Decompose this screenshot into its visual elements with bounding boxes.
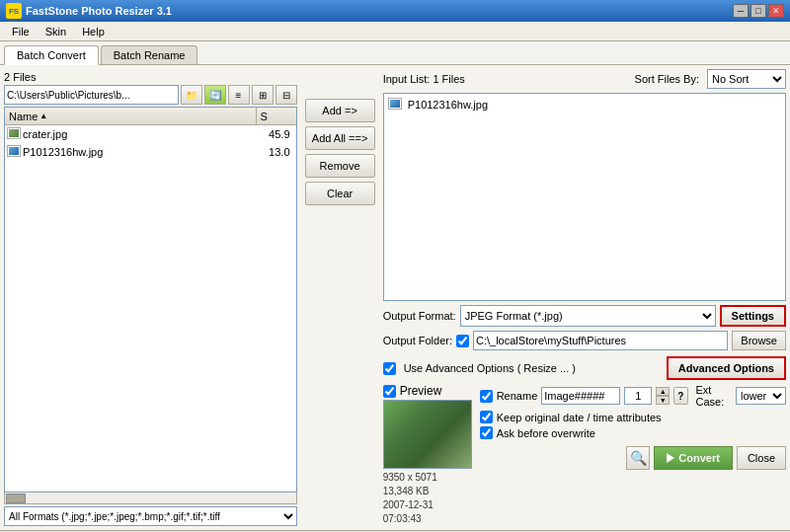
preview-thumbnail[interactable] [383, 400, 472, 469]
keep-date-row: Keep original date / time attributes [480, 411, 786, 423]
input-file-icon [388, 98, 404, 112]
rename-num-input[interactable] [624, 387, 652, 405]
sort-label: Sort Files By: [635, 73, 699, 85]
add-button[interactable]: Add => [305, 99, 375, 122]
right-panel: Input List: 1 Files Sort Files By: No So… [383, 69, 786, 526]
keep-date-checkbox[interactable] [480, 411, 493, 423]
input-file-list: P1012316hw.jpg [383, 93, 786, 301]
file-row[interactable]: crater.jpg 45.9 [5, 125, 296, 143]
settings-button[interactable]: Settings [720, 305, 786, 327]
output-folder-input[interactable] [473, 331, 728, 350]
file-name: P1012316hw.jpg [23, 146, 255, 158]
title-bar: FS FastStone Photo Resizer 3.1 ─ □ ✕ [0, 0, 790, 22]
preview-options-row: Preview 9350 x 5071 13,348 KB 2007-12-31… [383, 384, 786, 526]
rename-checkbox[interactable] [480, 390, 493, 403]
output-folder-checkbox[interactable] [456, 335, 469, 347]
convert-triangle-icon [667, 453, 674, 463]
rename-num-spinner: ▲ ▼ [656, 387, 670, 405]
tab-bar: Batch Convert Batch Rename [0, 41, 790, 65]
menu-help[interactable]: Help [74, 24, 113, 39]
spin-up-button[interactable]: ▲ [656, 387, 670, 396]
tab-batch-rename[interactable]: Batch Rename [101, 45, 198, 64]
app-icon: FS [6, 3, 22, 19]
add-all-button[interactable]: Add All ==> [305, 126, 375, 150]
output-format-label: Output Format: [383, 310, 456, 322]
options-section: Rename ▲ ▼ ? Ext Case: lower upper asis [480, 384, 786, 526]
view-thumb-btn[interactable]: ⊟ [276, 85, 297, 105]
rename-pattern-input[interactable] [541, 387, 620, 405]
advanced-options-row: Use Advanced Options ( Resize ... ) Adva… [383, 356, 786, 380]
file-size: 45.9 [255, 128, 294, 140]
preview-label-row: Preview [383, 384, 472, 398]
menu-skin[interactable]: Skin [38, 24, 74, 39]
output-folder-row: Output Folder: Browse [383, 331, 786, 350]
browse-button[interactable]: Browse [732, 331, 786, 350]
main-content: 2 Files 📁 🔄 ≡ ⊞ ⊟ Name ▲ S [0, 65, 790, 530]
file-icon [7, 145, 23, 159]
remove-button[interactable]: Remove [305, 154, 375, 178]
file-name: crater.jpg [23, 128, 255, 140]
output-folder-label: Output Folder: [383, 335, 452, 346]
file-count: 2 Files [4, 69, 297, 85]
input-list-header: Input List: 1 Files Sort Files By: No So… [383, 69, 786, 89]
convert-button[interactable]: Convert [654, 446, 733, 470]
col-size[interactable]: S [257, 108, 296, 124]
ask-overwrite-label: Ask before overwrite [497, 427, 595, 439]
menu-bar: File Skin Help [0, 22, 790, 41]
close-button[interactable]: ✕ [768, 4, 784, 18]
middle-buttons: Add => Add All ==> Remove Clear [301, 69, 379, 526]
clear-button[interactable]: Clear [305, 182, 375, 205]
input-list-label: Input List: 1 Files [383, 73, 465, 85]
spin-down-button[interactable]: ▼ [656, 396, 670, 405]
ask-overwrite-row: Ask before overwrite [480, 426, 786, 439]
sort-select[interactable]: No Sort Name Size Date [707, 69, 786, 89]
preview-info: 9350 x 5071 13,348 KB 2007-12-31 07:03:4… [383, 471, 472, 526]
ext-case-label: Ext Case: [696, 384, 733, 408]
tab-batch-convert[interactable]: Batch Convert [4, 45, 99, 65]
content-area: 2 Files 📁 🔄 ≡ ⊞ ⊟ Name ▲ S [0, 65, 790, 530]
use-advanced-checkbox[interactable] [383, 362, 396, 375]
preview-checkbox[interactable] [383, 385, 396, 398]
file-path-bar: 📁 🔄 ≡ ⊞ ⊟ [4, 85, 297, 105]
left-panel: 2 Files 📁 🔄 ≡ ⊞ ⊟ Name ▲ S [4, 69, 297, 526]
file-row[interactable]: P1012316hw.jpg 13.0 [5, 143, 296, 161]
bottom-action-row: 🔍 Convert Close [480, 446, 786, 470]
maximize-button[interactable]: □ [750, 4, 766, 18]
col-name[interactable]: Name ▲ [5, 108, 257, 124]
file-list: Name ▲ S crater.jpg 45.9 [4, 107, 297, 493]
input-file-row[interactable]: P1012316hw.jpg [386, 96, 783, 114]
output-format-select[interactable]: JPEG Format (*.jpg) PNG Format (*.png) B… [460, 305, 716, 327]
title-bar-text: FastStone Photo Resizer 3.1 [26, 5, 733, 17]
keep-date-label: Keep original date / time attributes [497, 412, 662, 423]
ask-overwrite-checkbox[interactable] [480, 426, 493, 439]
view-detail-btn[interactable]: ⊞ [252, 85, 274, 105]
file-icon [7, 127, 23, 141]
file-list-body: crater.jpg 45.9 P1012316hw.jpg 13.0 [5, 125, 296, 492]
view-list-btn[interactable]: ≡ [228, 85, 250, 105]
title-controls: ─ □ ✕ [733, 4, 784, 18]
rename-row: Rename ▲ ▼ ? Ext Case: lower upper asis [480, 384, 786, 408]
menu-file[interactable]: File [4, 24, 38, 39]
use-advanced-label: Use Advanced Options ( Resize ... ) [404, 362, 576, 374]
output-format-row: Output Format: JPEG Format (*.jpg) PNG F… [383, 305, 786, 327]
rename-label: Rename [497, 390, 538, 402]
ext-case-select[interactable]: lower upper asis [736, 387, 786, 405]
file-path-input[interactable] [4, 85, 179, 105]
rename-help-button[interactable]: ? [673, 387, 687, 405]
file-list-header: Name ▲ S [5, 108, 296, 125]
file-size: 13.0 [255, 146, 294, 158]
horizontal-scrollbar[interactable] [4, 493, 297, 504]
format-bar: All Formats (*.jpg;*.jpe;*.jpeg;*.bmp;*.… [4, 506, 297, 526]
input-file-name: P1012316hw.jpg [408, 99, 488, 111]
browse-folder-btn[interactable]: 📁 [181, 85, 202, 105]
magnify-button[interactable]: 🔍 [626, 446, 650, 470]
preview-label: Preview [400, 384, 442, 398]
format-select[interactable]: All Formats (*.jpg;*.jpe;*.jpeg;*.bmp;*.… [4, 506, 297, 526]
close-button[interactable]: Close [737, 446, 786, 470]
advanced-options-button[interactable]: Advanced Options [667, 356, 786, 380]
refresh-btn[interactable]: 🔄 [204, 85, 226, 105]
preview-section: Preview 9350 x 5071 13,348 KB 2007-12-31… [383, 384, 472, 526]
preview-image [384, 401, 471, 468]
minimize-button[interactable]: ─ [733, 4, 749, 18]
